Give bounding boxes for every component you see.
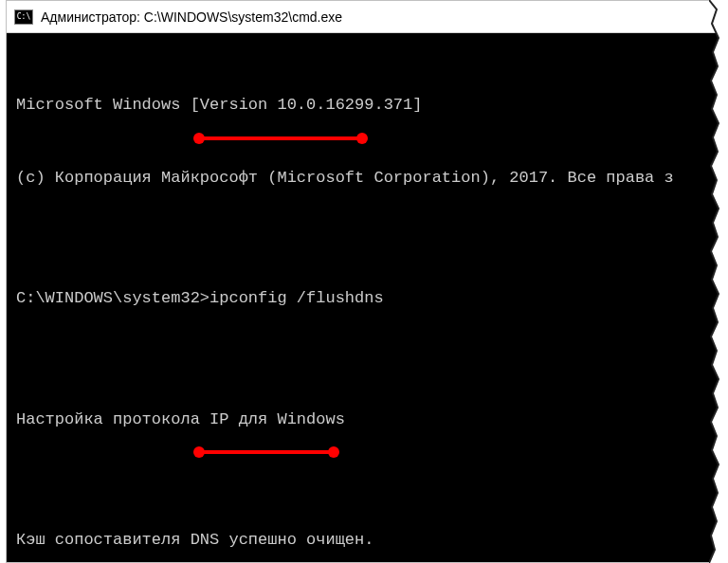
terminal-line: (c) Корпорация Майкрософт (Microsoft Cor…: [16, 166, 716, 191]
terminal-line: C:\WINDOWS\system32>ipconfig /flushdns: [16, 286, 716, 311]
terminal-output[interactable]: Microsoft Windows [Version 10.0.16299.37…: [7, 33, 721, 562]
annotation-underline: [197, 136, 364, 140]
terminal-line: Настройка протокола IP для Windows: [16, 408, 716, 432]
terminal-line: Кэш сопоставителя DNS успешно очищен.: [16, 528, 716, 553]
annotation-underline: [197, 450, 336, 454]
terminal-line: Microsoft Windows [Version 10.0.16299.37…: [16, 93, 716, 118]
cmd-window: C:\ Администратор: C:\WINDOWS\system32\c…: [6, 0, 722, 563]
window-title: Администратор: C:\WINDOWS\system32\cmd.e…: [41, 9, 342, 25]
window-titlebar[interactable]: C:\ Администратор: C:\WINDOWS\system32\c…: [7, 1, 721, 33]
cmd-icon: C:\: [14, 9, 33, 25]
